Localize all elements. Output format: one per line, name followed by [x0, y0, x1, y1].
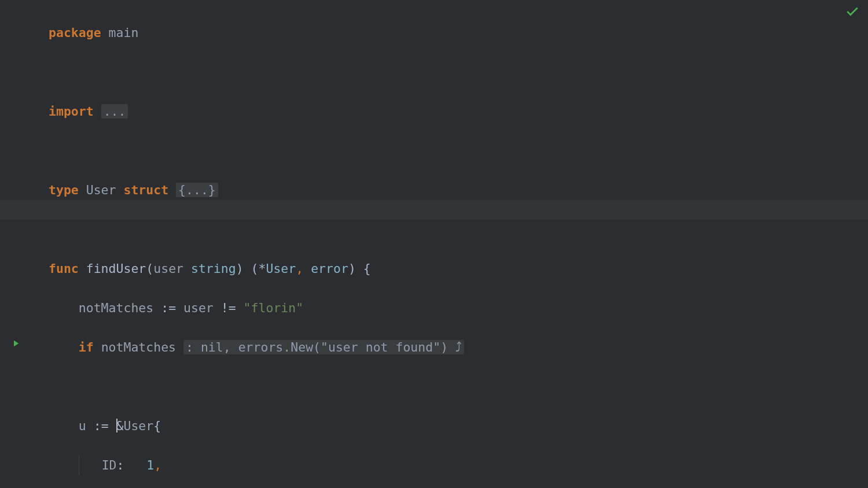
postfix-hint[interactable]: : nil, errors.New("user not found") ⤴: [183, 340, 464, 354]
code-line[interactable]: [49, 220, 464, 239]
code-line[interactable]: [49, 377, 464, 397]
fold-imports[interactable]: ...: [101, 104, 128, 119]
type-user-ret: User: [266, 261, 296, 276]
keyword-package: package: [49, 25, 101, 40]
code-line[interactable]: import ...: [49, 102, 464, 121]
keyword-func: func: [49, 261, 79, 276]
analysis-ok-icon[interactable]: [845, 3, 860, 22]
type-error: error: [311, 261, 348, 276]
code-line[interactable]: ID: 1,: [49, 456, 464, 475]
func-finduser: findUser: [86, 261, 146, 276]
fold-struct[interactable]: {...}: [176, 183, 218, 197]
field-id: ID: [102, 458, 117, 472]
keyword-struct: struct: [123, 183, 168, 197]
var-u: u: [79, 419, 86, 433]
run-gutter-icon[interactable]: [10, 338, 21, 352]
var-notmatches: notMatches: [79, 301, 153, 315]
code-area[interactable]: package main import ... type User struct…: [49, 3, 464, 488]
code-line[interactable]: if notMatches : nil, errors.New("user no…: [49, 338, 464, 357]
code-line[interactable]: package main: [49, 23, 464, 43]
keyword-if: if: [79, 340, 94, 354]
package-name: main: [109, 25, 139, 40]
gutter: [0, 0, 35, 488]
code-line[interactable]: [49, 141, 464, 161]
type-user: User: [86, 183, 116, 197]
keyword-type: type: [49, 183, 79, 197]
type-string: string: [191, 261, 236, 276]
code-line[interactable]: func findUser(user string) (*User, error…: [49, 259, 464, 279]
number-literal: 1: [146, 458, 154, 472]
code-line[interactable]: type User struct {...}: [49, 180, 464, 200]
code-editor[interactable]: package main import ... type User struct…: [0, 0, 868, 488]
code-line[interactable]: [49, 62, 464, 82]
string-literal: "florin": [244, 301, 304, 315]
code-line[interactable]: u := &User{: [49, 416, 464, 436]
code-line[interactable]: notMatches := user != "florin": [49, 298, 464, 318]
keyword-import: import: [49, 104, 94, 119]
